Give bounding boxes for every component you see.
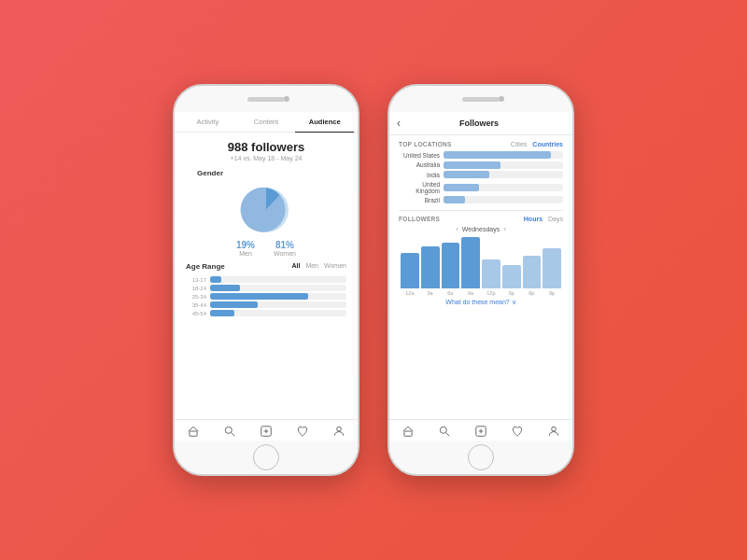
svg-line-3 (232, 433, 235, 437)
left-phone: Activity Content Audience 988 followers … (173, 84, 359, 476)
home-button-left[interactable] (253, 444, 279, 470)
toggle-cities[interactable]: Cities (511, 141, 528, 147)
bottom-nav-left (175, 419, 358, 441)
search-icon-left (223, 425, 236, 438)
svg-rect-1 (190, 431, 197, 436)
bar-column (482, 237, 500, 288)
age-rows: 13-17 18-24 25-34 35-44 45-54 (186, 276, 346, 316)
nav-profile-left[interactable] (321, 425, 358, 438)
age-bar-bg (210, 301, 346, 308)
location-row: Brazil (399, 196, 563, 203)
camera-left (284, 96, 289, 102)
women-label: Women (274, 250, 296, 257)
toggle-countries[interactable]: Countries (532, 141, 563, 147)
add-icon-right (474, 425, 487, 438)
audience-header: 988 followers +14 vs. May 18 - May 24 (175, 133, 358, 163)
nav-add-right[interactable] (462, 425, 499, 438)
age-row: 25-34 (186, 293, 346, 300)
age-filter-women[interactable]: Women (324, 262, 346, 269)
followers-chart-section: FOLLOWERS Hours Days ‹ Wednesdays › 12a3… (389, 211, 572, 420)
svg-point-2 (225, 427, 232, 433)
day-navigation: ‹ Wednesdays › (399, 225, 563, 233)
bar-time-label: 9a (461, 290, 480, 296)
speaker-left (247, 97, 285, 102)
camera-right (499, 96, 504, 102)
tab-activity[interactable]: Activity (178, 112, 237, 132)
location-bar-bg (444, 184, 563, 191)
location-name: India (399, 172, 440, 178)
men-label: Men (236, 250, 255, 257)
toggle-days[interactable]: Days (548, 216, 563, 222)
age-bar-bg (210, 285, 346, 291)
location-rows: United States Australia India United Kin… (399, 151, 563, 203)
age-row: 45-54 (186, 310, 346, 316)
nav-search-right[interactable] (426, 425, 462, 438)
location-row: India (399, 171, 563, 178)
followers-screen-title: Followers (406, 119, 552, 128)
bar-column (401, 237, 419, 288)
home-icon-right (402, 425, 415, 438)
nav-profile-right[interactable] (536, 425, 572, 438)
age-filter-all[interactable]: All (291, 262, 300, 269)
location-name: Australia (399, 161, 440, 168)
nav-search-left[interactable] (211, 425, 247, 438)
bar-time-label: 3p (502, 290, 521, 296)
what-mean-link[interactable]: What do these mean? ∨ (399, 299, 563, 306)
tab-content[interactable]: Content (237, 112, 296, 132)
location-bar-fill (444, 161, 500, 169)
nav-heart-left[interactable] (285, 425, 321, 438)
nav-home-right[interactable] (389, 425, 426, 438)
nav-add-left[interactable] (247, 425, 284, 438)
bar-time-label: 6p (523, 290, 542, 296)
age-range-label: 18-24 (186, 286, 206, 291)
profile-icon-left (332, 425, 345, 438)
chart-header: FOLLOWERS Hours Days (399, 216, 563, 222)
locations-label: TOP LOCATIONS (399, 141, 452, 147)
pie-container (186, 184, 346, 236)
location-row: United States (399, 151, 563, 159)
back-button[interactable]: ‹ (397, 117, 401, 130)
heart-icon-left (296, 425, 309, 438)
toggle-hours[interactable]: Hours (524, 216, 543, 222)
followers-count: 988 followers (175, 140, 358, 154)
age-bar-fill (210, 293, 308, 300)
bar-fill (502, 265, 521, 287)
age-title: Age Range (186, 257, 225, 273)
location-row: United Kingdom (399, 181, 563, 194)
search-icon-right (438, 425, 451, 438)
location-bar-fill (444, 184, 479, 191)
prev-day-button[interactable]: ‹ (456, 225, 458, 233)
men-pct: 19% (236, 240, 255, 250)
right-phone: ‹ Followers TOP LOCATIONS Cities Countri… (388, 84, 574, 476)
locations-header: TOP LOCATIONS Cities Countries (399, 141, 563, 147)
bar-fill (401, 253, 419, 288)
add-icon-left (260, 425, 273, 438)
bar-fill (421, 246, 440, 288)
gender-pie-chart (240, 184, 292, 236)
locations-section: TOP LOCATIONS Cities Countries United St… (389, 135, 572, 210)
age-range-label: 13-17 (186, 277, 206, 283)
svg-line-10 (446, 433, 450, 437)
age-filters: All Men Women (291, 262, 346, 269)
screen-left: Activity Content Audience 988 followers … (175, 112, 358, 441)
next-day-button[interactable]: › (503, 225, 506, 233)
home-button-right[interactable] (468, 444, 494, 470)
location-name: United Kingdom (399, 181, 440, 194)
age-row: 13-17 (186, 276, 346, 283)
location-bar-bg (444, 161, 563, 169)
followers-header: ‹ Followers (389, 112, 572, 135)
bar-time-label: 12p (482, 290, 500, 296)
speaker-right (462, 97, 500, 102)
bar-chart-labels: 12a3a6a9a12p3p6p9p (399, 288, 563, 296)
nav-heart-right[interactable] (500, 425, 536, 438)
tab-audience[interactable]: Audience (295, 112, 354, 132)
bar-fill (482, 259, 500, 288)
nav-home-left[interactable] (175, 425, 211, 438)
bar-fill (543, 248, 561, 288)
followers-sub: +14 vs. May 18 - May 24 (175, 155, 358, 161)
women-pct: 81% (274, 240, 296, 250)
age-filter-men[interactable]: Men (305, 262, 318, 269)
location-bar-fill (444, 151, 551, 159)
location-bar-fill (444, 196, 465, 203)
location-bar-fill (444, 171, 489, 178)
